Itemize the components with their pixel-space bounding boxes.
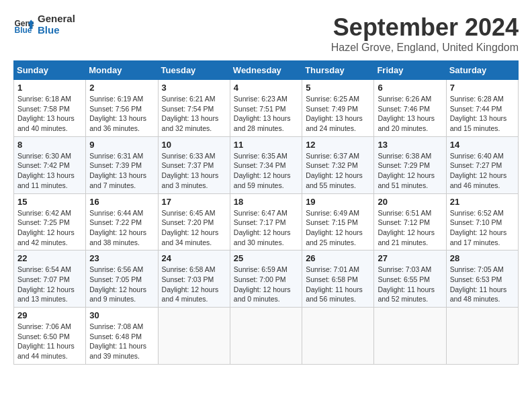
day-info: Sunrise: 6:18 AMSunset: 7:58 PMDaylight:… <box>17 94 82 134</box>
table-row: 28Sunrise: 7:05 AMSunset: 6:53 PMDayligh… <box>446 250 518 308</box>
logo: General Blue General Blue <box>13 13 75 36</box>
day-info: Sunrise: 6:21 AMSunset: 7:54 PMDaylight:… <box>162 94 226 134</box>
svg-text:Blue: Blue <box>15 26 32 35</box>
table-row: 7Sunrise: 6:28 AMSunset: 7:44 PMDaylight… <box>446 80 518 137</box>
logo-icon: General Blue <box>13 15 34 35</box>
table-row: 25Sunrise: 6:59 AMSunset: 7:00 PMDayligh… <box>230 250 302 308</box>
table-row: 17Sunrise: 6:45 AMSunset: 7:20 PMDayligh… <box>158 193 230 250</box>
day-info: Sunrise: 6:19 AMSunset: 7:56 PMDaylight:… <box>89 94 154 134</box>
day-number: 3 <box>162 83 226 93</box>
table-row: 5Sunrise: 6:25 AMSunset: 7:49 PMDaylight… <box>302 80 374 137</box>
day-number: 23 <box>89 253 154 263</box>
day-number: 10 <box>162 140 226 150</box>
day-number: 14 <box>450 140 515 150</box>
logo-blue: Blue <box>38 25 75 36</box>
location: Hazel Grove, England, United Kingdom <box>331 42 519 54</box>
day-number: 15 <box>17 197 82 207</box>
table-row: 21Sunrise: 6:52 AMSunset: 7:10 PMDayligh… <box>446 193 518 250</box>
day-info: Sunrise: 6:26 AMSunset: 7:46 PMDaylight:… <box>378 94 442 134</box>
table-row: 14Sunrise: 6:40 AMSunset: 7:27 PMDayligh… <box>446 136 518 193</box>
table-row: 8Sunrise: 6:30 AMSunset: 7:42 PMDaylight… <box>14 136 86 193</box>
day-info: Sunrise: 6:47 AMSunset: 7:17 PMDaylight:… <box>234 208 298 248</box>
table-row: 19Sunrise: 6:49 AMSunset: 7:15 PMDayligh… <box>302 193 374 250</box>
table-row: 27Sunrise: 7:03 AMSunset: 6:55 PMDayligh… <box>374 250 446 308</box>
day-number: 18 <box>234 197 298 207</box>
table-row: 3Sunrise: 6:21 AMSunset: 7:54 PMDaylight… <box>158 80 230 137</box>
table-row: 13Sunrise: 6:38 AMSunset: 7:29 PMDayligh… <box>374 136 446 193</box>
day-info: Sunrise: 7:08 AMSunset: 6:48 PMDaylight:… <box>89 322 154 361</box>
day-info: Sunrise: 6:38 AMSunset: 7:29 PMDaylight:… <box>378 151 442 191</box>
table-row: 11Sunrise: 6:35 AMSunset: 7:34 PMDayligh… <box>230 136 302 193</box>
day-number: 25 <box>234 253 298 263</box>
table-row <box>302 308 374 365</box>
table-row: 29Sunrise: 7:06 AMSunset: 6:50 PMDayligh… <box>14 308 86 365</box>
day-number: 26 <box>306 253 370 263</box>
day-info: Sunrise: 6:45 AMSunset: 7:20 PMDaylight:… <box>162 208 226 248</box>
calendar-header-row: Sunday Monday Tuesday Wednesday Thursday… <box>14 61 519 80</box>
table-row: 18Sunrise: 6:47 AMSunset: 7:17 PMDayligh… <box>230 193 302 250</box>
day-number: 21 <box>450 197 515 207</box>
day-number: 13 <box>378 140 442 150</box>
day-info: Sunrise: 7:03 AMSunset: 6:55 PMDaylight:… <box>378 265 442 304</box>
day-info: Sunrise: 6:56 AMSunset: 7:05 PMDaylight:… <box>89 265 154 304</box>
table-row: 9Sunrise: 6:31 AMSunset: 7:39 PMDaylight… <box>86 136 158 193</box>
day-number: 6 <box>378 83 442 93</box>
day-number: 5 <box>306 83 370 93</box>
day-info: Sunrise: 6:25 AMSunset: 7:49 PMDaylight:… <box>306 94 370 134</box>
day-number: 27 <box>378 253 442 263</box>
day-info: Sunrise: 6:40 AMSunset: 7:27 PMDaylight:… <box>450 151 515 191</box>
day-info: Sunrise: 7:05 AMSunset: 6:53 PMDaylight:… <box>450 265 515 304</box>
table-row: 26Sunrise: 7:01 AMSunset: 6:58 PMDayligh… <box>302 250 374 308</box>
day-number: 17 <box>162 197 226 207</box>
day-info: Sunrise: 6:44 AMSunset: 7:22 PMDaylight:… <box>89 208 154 248</box>
day-number: 16 <box>89 197 154 207</box>
day-number: 29 <box>17 310 82 320</box>
table-row: 10Sunrise: 6:33 AMSunset: 7:37 PMDayligh… <box>158 136 230 193</box>
month-title: September 2024 <box>331 13 519 42</box>
day-number: 4 <box>234 83 298 93</box>
title-block: September 2024 Hazel Grove, England, Uni… <box>331 13 519 54</box>
table-row: 22Sunrise: 6:54 AMSunset: 7:07 PMDayligh… <box>14 250 86 308</box>
day-number: 22 <box>17 253 82 263</box>
day-number: 24 <box>162 253 226 263</box>
day-number: 20 <box>378 197 442 207</box>
day-info: Sunrise: 6:35 AMSunset: 7:34 PMDaylight:… <box>234 151 298 191</box>
col-thursday: Thursday <box>302 61 374 80</box>
day-info: Sunrise: 6:54 AMSunset: 7:07 PMDaylight:… <box>17 265 82 304</box>
table-row: 2Sunrise: 6:19 AMSunset: 7:56 PMDaylight… <box>86 80 158 137</box>
table-row: 15Sunrise: 6:42 AMSunset: 7:25 PMDayligh… <box>14 193 86 250</box>
day-info: Sunrise: 6:28 AMSunset: 7:44 PMDaylight:… <box>450 94 515 134</box>
day-info: Sunrise: 6:31 AMSunset: 7:39 PMDaylight:… <box>89 151 154 191</box>
day-info: Sunrise: 6:33 AMSunset: 7:37 PMDaylight:… <box>162 151 226 191</box>
table-row <box>446 308 518 365</box>
table-row: 12Sunrise: 6:37 AMSunset: 7:32 PMDayligh… <box>302 136 374 193</box>
day-number: 9 <box>89 140 154 150</box>
day-number: 11 <box>234 140 298 150</box>
table-row: 4Sunrise: 6:23 AMSunset: 7:51 PMDaylight… <box>230 80 302 137</box>
day-info: Sunrise: 7:01 AMSunset: 6:58 PMDaylight:… <box>306 265 370 304</box>
table-row: 23Sunrise: 6:56 AMSunset: 7:05 PMDayligh… <box>86 250 158 308</box>
day-info: Sunrise: 7:06 AMSunset: 6:50 PMDaylight:… <box>17 322 82 361</box>
calendar-table: Sunday Monday Tuesday Wednesday Thursday… <box>13 60 519 365</box>
logo-general: General <box>38 13 75 25</box>
table-row: 30Sunrise: 7:08 AMSunset: 6:48 PMDayligh… <box>86 308 158 365</box>
day-info: Sunrise: 6:59 AMSunset: 7:00 PMDaylight:… <box>234 265 298 304</box>
header: General Blue General Blue September 2024… <box>13 13 519 54</box>
col-tuesday: Tuesday <box>158 61 230 80</box>
day-number: 2 <box>89 83 154 93</box>
col-saturday: Saturday <box>446 61 518 80</box>
table-row <box>374 308 446 365</box>
table-row <box>230 308 302 365</box>
table-row: 6Sunrise: 6:26 AMSunset: 7:46 PMDaylight… <box>374 80 446 137</box>
page: General Blue General Blue September 2024… <box>0 0 532 371</box>
table-row <box>158 308 230 365</box>
col-sunday: Sunday <box>14 61 86 80</box>
col-friday: Friday <box>374 61 446 80</box>
day-number: 8 <box>17 140 82 150</box>
day-number: 28 <box>450 253 515 263</box>
day-info: Sunrise: 6:58 AMSunset: 7:03 PMDaylight:… <box>162 265 226 304</box>
day-info: Sunrise: 6:52 AMSunset: 7:10 PMDaylight:… <box>450 208 515 248</box>
day-number: 30 <box>89 310 154 320</box>
table-row: 24Sunrise: 6:58 AMSunset: 7:03 PMDayligh… <box>158 250 230 308</box>
table-row: 16Sunrise: 6:44 AMSunset: 7:22 PMDayligh… <box>86 193 158 250</box>
